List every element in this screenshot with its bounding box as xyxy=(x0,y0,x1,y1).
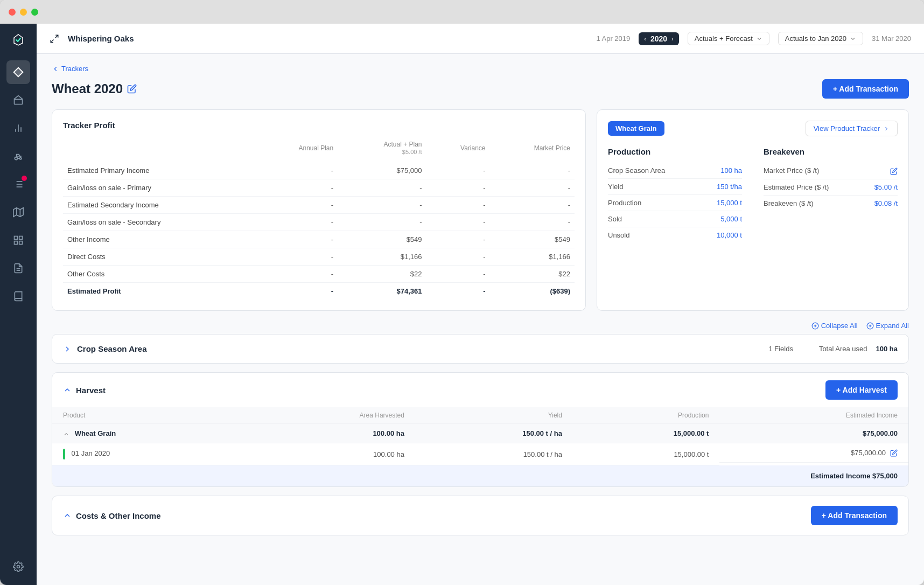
prod-label: Production xyxy=(608,199,641,207)
tracker-row-variance: - xyxy=(426,266,490,283)
col-market-price: Market Price xyxy=(490,138,575,162)
harvest-collapse-icon[interactable] xyxy=(63,386,72,394)
sidebar-item-analytics[interactable] xyxy=(6,116,30,140)
costs-expand-icon[interactable] xyxy=(63,511,72,520)
edit-icon[interactable] xyxy=(127,84,137,94)
wheat-grain-button[interactable]: Wheat Grain xyxy=(608,121,664,136)
sidebar-item-library[interactable] xyxy=(6,284,30,308)
tracker-row-annual: - xyxy=(256,266,338,283)
tracker-row-market: - xyxy=(490,162,575,179)
tracker-row-market: $1,166 xyxy=(490,248,575,266)
maximize-button[interactable] xyxy=(31,9,38,16)
view-product-tracker-button[interactable]: View Product Tracker xyxy=(806,121,898,136)
tracker-row-variance: - xyxy=(426,283,490,300)
bar-indicator xyxy=(63,449,65,459)
year-label: 2020 xyxy=(650,34,667,43)
svg-point-6 xyxy=(15,157,17,160)
close-button[interactable] xyxy=(9,9,16,16)
tasks-badge xyxy=(22,176,27,181)
tracker-table: Annual Plan Actual + Plan $5.00 /t Varia… xyxy=(63,138,575,300)
harvest-col-production: Production xyxy=(573,407,720,424)
minimize-button[interactable] xyxy=(20,9,27,16)
add-transaction-costs-button[interactable]: + Add Transaction xyxy=(811,506,898,525)
harvest-block: Harvest + Add Harvest Product Area Harve… xyxy=(52,372,909,487)
tracker-table-row: Gain/loss on sale - Secondary---- xyxy=(63,214,575,231)
titlebar xyxy=(0,0,924,24)
svg-rect-17 xyxy=(15,236,18,240)
sidebar-item-grid[interactable] xyxy=(6,228,30,252)
expand-all-button[interactable]: Expand All xyxy=(866,322,909,330)
app-window: Whispering Oaks 1 Apr 2019 ‹ 2020 › Actu… xyxy=(0,0,924,585)
prod-label: Yield xyxy=(608,183,623,191)
estimated-income-row: Estimated Income $75,000 xyxy=(52,465,908,486)
crop-season-header[interactable]: Crop Season Area 1 Fields Total Area use… xyxy=(52,335,908,363)
harvest-product-name: Wheat Grain xyxy=(52,424,244,443)
svg-point-23 xyxy=(17,566,20,568)
breadcrumb[interactable]: Trackers xyxy=(52,65,909,73)
harvest-group-row: Wheat Grain 100.00 ha 150.00 t / ha 15,0… xyxy=(52,424,908,443)
app-logo xyxy=(9,30,28,50)
collapse-all-button[interactable]: Collapse All xyxy=(811,322,858,330)
sidebar-item-equipment[interactable] xyxy=(6,144,30,168)
sidebar-item-reports[interactable] xyxy=(6,256,30,280)
sidebar-item-tasks[interactable] xyxy=(6,172,30,196)
tracker-row-variance: - xyxy=(426,214,490,231)
collapse-icon[interactable] xyxy=(63,431,69,437)
prod-value: 10,000 t xyxy=(717,231,742,239)
sidebar-item-settings[interactable] xyxy=(6,555,30,579)
tracker-row-label: Gain/loss on sale - Secondary xyxy=(63,214,256,231)
edit-detail-icon[interactable] xyxy=(890,449,898,457)
sidebar-item-map[interactable] xyxy=(6,200,30,224)
svg-rect-20 xyxy=(19,241,23,245)
harvest-col-area: Area Harvested xyxy=(244,407,415,424)
crop-season-fields: 1 Fields xyxy=(768,345,793,353)
svg-line-24 xyxy=(55,35,58,38)
production-row: Production15,000 t xyxy=(608,195,742,211)
prod-label: Unsold xyxy=(608,231,629,239)
harvest-detail-yield: 150.00 t / ha xyxy=(415,443,573,465)
tracker-profit-card: Tracker Profit Annual Plan Actual + Plan… xyxy=(52,109,586,311)
forecast-button[interactable]: Actuals + Forecast xyxy=(688,32,769,45)
sidebar-item-home[interactable] xyxy=(6,60,30,84)
svg-marker-14 xyxy=(13,208,23,217)
tracker-row-label: Estimated Profit xyxy=(63,283,256,300)
year-prev-button[interactable]: ‹ xyxy=(644,36,646,42)
year-nav: ‹ 2020 › xyxy=(639,32,679,45)
tracker-row-actual: - xyxy=(338,179,426,197)
year-next-button[interactable]: › xyxy=(671,36,674,42)
tracker-row-market: $22 xyxy=(490,266,575,283)
tracker-row-variance: - xyxy=(426,162,490,179)
prod-label: Crop Season Area xyxy=(608,166,665,175)
end-date: 31 Mar 2020 xyxy=(872,34,911,43)
tracker-table-row: Direct Costs-$1,166-$1,166 xyxy=(63,248,575,266)
breakeven-row: Market Price ($ /t) xyxy=(764,163,898,179)
actuals-button[interactable]: Actuals to Jan 2020 xyxy=(778,32,863,45)
breakeven-row: Estimated Price ($ /t)$5.00 /t xyxy=(764,179,898,196)
col-label xyxy=(63,138,256,162)
tracker-row-annual: - xyxy=(256,214,338,231)
tracker-row-actual: $75,000 xyxy=(338,162,426,179)
svg-rect-18 xyxy=(19,236,23,240)
svg-rect-2 xyxy=(15,99,23,104)
harvest-table: Product Area Harvested Yield Production … xyxy=(52,407,908,465)
expand-icon[interactable] xyxy=(50,34,59,44)
costs-header: Costs & Other Income + Add Transaction xyxy=(52,496,908,535)
breakeven-section: Breakeven Market Price ($ /t)Estimated P… xyxy=(764,147,898,243)
harvest-detail-row: 01 Jan 2020 100.00 ha 150.00 t / ha 15,0… xyxy=(52,443,908,465)
prod-value: 150 t/ha xyxy=(717,183,742,191)
breakeven-edit-icon[interactable] xyxy=(890,166,898,175)
costs-block: Costs & Other Income + Add Transaction xyxy=(52,496,909,535)
sidebar-item-farm[interactable] xyxy=(6,88,30,112)
prod-value: 5,000 t xyxy=(720,215,742,223)
breakeven-value: $0.08 /t xyxy=(874,199,898,207)
sidebar xyxy=(0,24,37,585)
breakeven-value: $5.00 /t xyxy=(874,183,898,191)
crop-season-title: Crop Season Area xyxy=(77,344,147,353)
tracker-row-actual: $1,166 xyxy=(338,248,426,266)
add-harvest-button[interactable]: + Add Harvest xyxy=(825,380,898,400)
harvest-detail-area: 100.00 ha xyxy=(244,443,415,465)
prod-value: 15,000 t xyxy=(717,199,742,207)
add-transaction-button[interactable]: + Add Transaction xyxy=(822,79,909,99)
harvest-group-area: 100.00 ha xyxy=(244,424,415,443)
prod-value: 100 ha xyxy=(720,166,742,175)
